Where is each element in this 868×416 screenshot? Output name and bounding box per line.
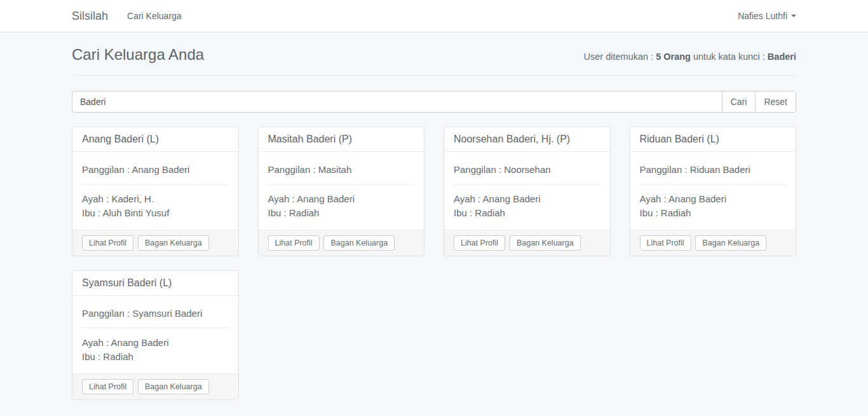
- person-card-column: Noorsehan Baderi, Hj. (P) Panggilan : No…: [434, 127, 620, 256]
- mother-value: Radiah: [289, 207, 320, 218]
- person-card-footer: Lihat Profil Bagan Keluarga: [72, 230, 238, 256]
- person-father-line: Ayah : Anang Baderi: [454, 192, 600, 206]
- result-summary-prefix: User ditemukan :: [584, 52, 656, 62]
- person-nickname-line: Panggilan : Masitah: [268, 163, 415, 176]
- mother-label: Ibu :: [640, 207, 661, 218]
- nickname-value: Masitah: [318, 164, 352, 175]
- person-card-column: Anang Baderi (L) Panggilan : Anang Bader…: [62, 127, 248, 256]
- person-name: Masitah Baderi (P): [259, 127, 424, 152]
- user-dropdown-label: Nafies Luthfi: [738, 11, 787, 21]
- person-cards-grid: Anang Baderi (L) Panggilan : Anang Bader…: [62, 127, 806, 414]
- person-card-footer: Lihat Profil Bagan Keluarga: [72, 373, 238, 399]
- person-card-body: Panggilan : Masitah Ayah : Anang Baderi …: [259, 152, 424, 230]
- person-card-body: Panggilan : Anang Baderi Ayah : Kaderi, …: [72, 152, 238, 230]
- card-divider: [268, 184, 415, 184]
- father-label: Ayah :: [268, 193, 297, 204]
- person-name: Anang Baderi (L): [72, 127, 238, 152]
- mother-value: Aluh Binti Yusuf: [103, 207, 170, 218]
- person-card: Riduan Baderi (L) Panggilan : Riduan Bad…: [630, 127, 797, 256]
- bagan-keluarga-button[interactable]: Bagan Keluarga: [695, 235, 766, 251]
- father-label: Ayah :: [82, 193, 111, 204]
- person-name: Noorsehan Baderi, Hj. (P): [444, 127, 610, 152]
- mother-value: Radiah: [475, 207, 505, 218]
- person-card-footer: Lihat Profil Bagan Keluarga: [630, 230, 796, 256]
- father-value: Anang Baderi: [297, 193, 355, 204]
- person-card-column: Masitah Baderi (P) Panggilan : Masitah A…: [248, 127, 435, 256]
- bagan-keluarga-button[interactable]: Bagan Keluarga: [138, 235, 209, 251]
- father-label: Ayah :: [82, 337, 111, 348]
- nickname-label: Panggilan :: [640, 164, 690, 175]
- search-form: Cari Reset: [72, 91, 796, 113]
- cari-button[interactable]: Cari: [722, 91, 756, 113]
- card-divider: [640, 184, 787, 184]
- nickname-label: Panggilan :: [82, 164, 132, 175]
- person-father-line: Ayah : Kaderi, H.: [82, 192, 229, 206]
- nickname-label: Panggilan :: [454, 164, 504, 175]
- father-value: Anang Baderi: [483, 193, 541, 204]
- mother-label: Ibu :: [82, 351, 103, 362]
- card-divider: [82, 184, 229, 184]
- person-name: Syamsuri Baderi (L): [72, 271, 238, 296]
- bagan-keluarga-button[interactable]: Bagan Keluarga: [323, 235, 395, 251]
- person-card-footer: Lihat Profil Bagan Keluarga: [259, 230, 424, 256]
- user-dropdown[interactable]: Nafies Luthfi: [738, 11, 796, 21]
- main-content: Cari Keluarga Anda User ditemukan : 5 Or…: [62, 46, 806, 414]
- father-value: Kaderi, H.: [111, 193, 154, 204]
- bagan-keluarga-button[interactable]: Bagan Keluarga: [510, 235, 581, 251]
- navbar: Silsilah Cari Keluarga Nafies Luthfi: [0, 0, 868, 32]
- page-title: Cari Keluarga Anda: [72, 46, 204, 64]
- person-card-column: Riduan Baderi (L) Panggilan : Riduan Bad…: [620, 127, 806, 256]
- father-value: Anang Baderi: [111, 337, 169, 348]
- person-father-line: Ayah : Anang Baderi: [268, 192, 415, 206]
- person-card-body: Panggilan : Riduan Baderi Ayah : Anang B…: [630, 152, 796, 230]
- brand-link[interactable]: Silsilah: [72, 10, 108, 23]
- person-mother-line: Ibu : Radiah: [268, 206, 415, 220]
- father-value: Anang Baderi: [668, 193, 726, 204]
- result-summary-middle: untuk kata kunci :: [691, 52, 768, 62]
- mother-label: Ibu :: [82, 207, 103, 218]
- lihat-profil-button[interactable]: Lihat Profil: [454, 235, 505, 251]
- mother-value: Radiah: [103, 351, 133, 362]
- father-label: Ayah :: [454, 193, 483, 204]
- result-summary: User ditemukan : 5 Orang untuk kata kunc…: [584, 52, 796, 62]
- card-divider: [82, 328, 229, 328]
- father-label: Ayah :: [640, 193, 669, 204]
- mother-label: Ibu :: [268, 207, 289, 218]
- card-divider: [454, 184, 600, 184]
- person-card: Anang Baderi (L) Panggilan : Anang Bader…: [72, 127, 239, 256]
- reset-button[interactable]: Reset: [755, 91, 796, 113]
- nav-item-cari-keluarga[interactable]: Cari Keluarga: [127, 11, 182, 21]
- person-nickname-line: Panggilan : Anang Baderi: [82, 163, 229, 176]
- person-nickname-line: Panggilan : Riduan Baderi: [640, 163, 787, 176]
- lihat-profil-button[interactable]: Lihat Profil: [82, 379, 133, 394]
- caret-down-icon: [791, 15, 796, 17]
- nickname-value: Syamsuri Baderi: [132, 308, 202, 319]
- person-father-line: Ayah : Anang Baderi: [82, 336, 229, 350]
- bagan-keluarga-button[interactable]: Bagan Keluarga: [138, 379, 209, 394]
- person-nickname-line: Panggilan : Noorsehan: [454, 163, 600, 176]
- person-mother-line: Ibu : Radiah: [82, 350, 229, 364]
- person-card-column: Syamsuri Baderi (L) Panggilan : Syamsuri…: [62, 270, 248, 400]
- person-card: Noorsehan Baderi, Hj. (P) Panggilan : No…: [444, 127, 611, 256]
- lihat-profil-button[interactable]: Lihat Profil: [82, 235, 133, 251]
- person-mother-line: Ibu : Radiah: [640, 206, 787, 220]
- search-input[interactable]: [72, 91, 722, 113]
- mother-value: Radiah: [661, 207, 691, 218]
- result-keyword: Baderi: [768, 52, 796, 62]
- person-mother-line: Ibu : Radiah: [454, 206, 600, 220]
- person-card: Syamsuri Baderi (L) Panggilan : Syamsuri…: [72, 270, 239, 400]
- nickname-value: Anang Baderi: [132, 164, 189, 175]
- person-card-footer: Lihat Profil Bagan Keluarga: [444, 230, 610, 256]
- nickname-label: Panggilan :: [82, 308, 132, 319]
- page-header: Cari Keluarga Anda User ditemukan : 5 Or…: [72, 46, 796, 76]
- nickname-value: Noorsehan: [504, 164, 550, 175]
- person-nickname-line: Panggilan : Syamsuri Baderi: [82, 307, 229, 320]
- mother-label: Ibu :: [454, 207, 475, 218]
- lihat-profil-button[interactable]: Lihat Profil: [640, 235, 691, 251]
- lihat-profil-button[interactable]: Lihat Profil: [268, 235, 320, 251]
- person-father-line: Ayah : Anang Baderi: [640, 192, 787, 206]
- person-card-body: Panggilan : Syamsuri Baderi Ayah : Anang…: [72, 296, 238, 373]
- person-mother-line: Ibu : Aluh Binti Yusuf: [82, 206, 229, 220]
- person-name: Riduan Baderi (L): [630, 127, 796, 152]
- person-card-body: Panggilan : Noorsehan Ayah : Anang Bader…: [444, 152, 610, 230]
